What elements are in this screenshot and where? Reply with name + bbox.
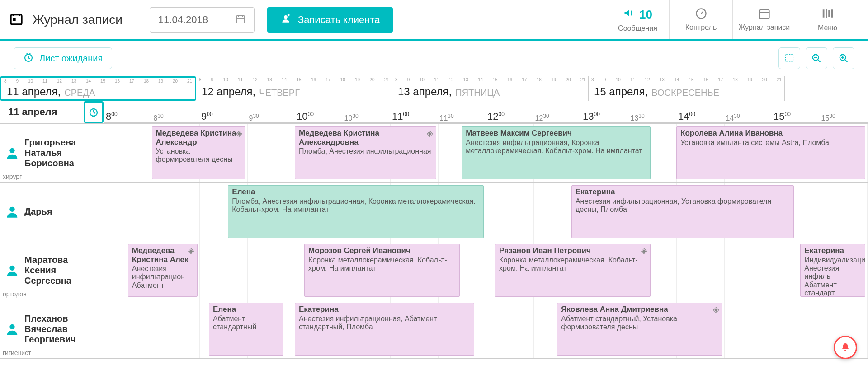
appointment[interactable]: ЕкатеринаАнестезия инфильтрационная, Уст…: [571, 185, 794, 238]
tag-icon: ◈: [641, 246, 647, 256]
svg-point-36: [9, 148, 14, 153]
tick-half: 1030: [344, 113, 359, 122]
svg-point-40: [844, 350, 846, 351]
svg-rect-25: [786, 55, 793, 62]
appointment-client: Яковлева Анна Дмитриевна: [561, 305, 718, 314]
grid-view-button[interactable]: [778, 47, 800, 69]
header-menu[interactable]: Меню: [796, 0, 859, 39]
appointment-desc: Пломба, Анестезия инфильтрационная, Коро…: [232, 197, 480, 214]
svg-line-13: [701, 12, 703, 14]
appointment[interactable]: Королева Алина ИвановнаУстановка имплант…: [676, 126, 865, 179]
appointment[interactable]: ◈Рязанов Иван ПетровичКоронка металлокер…: [495, 244, 651, 297]
appointment[interactable]: Морозов Сергей ИвановичКоронка металлоке…: [304, 244, 460, 297]
appointment[interactable]: Матвеев Максим СергеевичАнестезия инфиль…: [462, 126, 651, 179]
page-title: Журнал записи: [33, 13, 123, 27]
day-dow: ВОСКРЕСЕНЬЕ: [651, 88, 719, 98]
staff-name: Маратова Ксения Сергеевна: [24, 255, 99, 286]
zoom-out-button[interactable]: [806, 47, 827, 69]
notification-bell[interactable]: [834, 336, 857, 359]
day-date: 12 апреля,: [202, 85, 255, 98]
day-date: 15 апреля,: [594, 85, 648, 98]
staff-role: хирург: [3, 173, 22, 180]
appointment[interactable]: ◈Медведева Кристина АлександровнаПломба,…: [295, 126, 436, 179]
day-cell[interactable]: 8910111213141516171819202113 апреля,ПЯТН…: [392, 76, 589, 101]
book-client-button[interactable]: Записать клиента: [267, 7, 393, 33]
staff-cell[interactable]: Маратова Ксения Сергеевнаортодонт: [0, 241, 104, 300]
day-strip: 8910111213141516171819202111 апреля,СРЕД…: [0, 76, 868, 101]
appointment[interactable]: ЕленаПломба, Анестезия инфильтрационная,…: [228, 185, 484, 238]
staff-name: Григорьева Наталья Борисовна: [24, 137, 99, 169]
day-date: 13 апреля,: [398, 85, 452, 98]
header-journal[interactable]: Журнал записи: [732, 0, 796, 39]
staff-name: Дарья: [24, 206, 52, 217]
grid-row[interactable]: ◈Медведева Кристина АлександрУстановка ф…: [104, 124, 868, 183]
appointment[interactable]: ◈Яковлева Анна ДмитриевнаАбатмент станда…: [557, 303, 722, 356]
appointment[interactable]: ЕкатеринаИндивидуализация Анестезия инфи…: [800, 244, 865, 297]
schedule-header-left: 11 апреля: [0, 101, 104, 123]
svg-rect-18: [828, 10, 830, 17]
tick-hour: 1300: [583, 111, 600, 122]
app-header: Журнал записи 11.04.2018 Записать клиент…: [0, 0, 868, 41]
megaphone-icon: [623, 7, 636, 23]
grid-row[interactable]: ЕленаПломба, Анестезия инфильтрационная,…: [104, 183, 868, 241]
header-control[interactable]: Контроль: [669, 0, 732, 39]
day-cell[interactable]: 8910111213141516171819202115 апреля,ВОСК…: [589, 76, 785, 101]
day-mini-ticks: 89101112131415161718192021: [591, 77, 782, 82]
tag-icon: ◈: [236, 129, 242, 138]
appointment-client: Екатерина: [804, 246, 861, 255]
book-client-label: Записать клиента: [298, 14, 380, 26]
svg-rect-4: [236, 16, 245, 23]
schedule-date-label: 11 апреля: [0, 106, 84, 118]
staff-cell[interactable]: Плеханов Вячеслав Георгиевичгигиенист: [0, 300, 104, 359]
calendar-small-icon: [235, 14, 246, 26]
day-cell[interactable]: 8910111213141516171819202112 апреля,ЧЕТВ…: [196, 76, 392, 101]
clock-icon: [23, 52, 34, 65]
now-marker-button[interactable]: [84, 101, 104, 123]
svg-point-37: [9, 206, 14, 211]
person-icon: [5, 145, 20, 161]
menu-label: Меню: [818, 24, 837, 32]
appointment-desc: Установка импланта системы Astra, Пломба: [680, 139, 861, 147]
appointment-desc: Абатмент стандартный, Установка формиров…: [561, 315, 718, 332]
waitlist-button[interactable]: Лист ожидания: [14, 47, 112, 69]
svg-line-28: [818, 60, 821, 62]
staff-name: Плеханов Вячеслав Георгиевич: [24, 314, 99, 345]
svg-rect-17: [826, 9, 827, 18]
tick-hour: 1200: [487, 111, 505, 122]
appointment-client: Медведева Кристина Александр: [156, 129, 241, 146]
schedule-body: Григорьева Наталья БорисовнахирургДарьяМ…: [0, 124, 868, 359]
tick-half: 1530: [821, 113, 835, 122]
appointment-client: Екатерина: [576, 187, 790, 197]
tick-hour: 1400: [678, 111, 695, 122]
header-messages[interactable]: 10 Сообщения: [606, 0, 669, 39]
appointment-client: Матвеев Максим Сергеевич: [466, 129, 646, 138]
calendar-nav-icon: [758, 7, 771, 22]
appointment[interactable]: ЕкатеринаАнестезия инфильтрационная, Аба…: [295, 303, 474, 356]
grid-row[interactable]: ◈Медведева Кристина АлекАнестезия инфиль…: [104, 241, 868, 300]
appointment-client: Медведева Кристина Александровна: [299, 129, 432, 146]
appointment-desc: Коронка металлокерамическая. Кобальт-хро…: [308, 256, 456, 273]
day-mini-ticks: 89101112131415161718192021: [395, 77, 585, 82]
appointment-client: Королева Алина Ивановна: [680, 129, 861, 138]
appointment[interactable]: ◈Медведева Кристина АлекАнестезия инфиль…: [128, 244, 198, 297]
staff-role: гигиенист: [3, 349, 31, 356]
grid-row[interactable]: ЕленаАбатмент стандартныйЕкатеринаАнесте…: [104, 300, 868, 359]
messages-label: Сообщения: [618, 24, 657, 33]
staff-cell[interactable]: Григорьева Наталья Борисовнахирург: [0, 124, 104, 183]
day-mini-ticks: 89101112131415161718192021: [199, 77, 389, 82]
appointment[interactable]: ЕленаАбатмент стандартный: [209, 303, 283, 356]
tick-half: 1230: [535, 113, 549, 122]
schedule-grid[interactable]: ◈Медведева Кристина АлександрУстановка ф…: [104, 124, 868, 359]
svg-line-24: [29, 53, 30, 54]
zoom-in-button[interactable]: [833, 47, 854, 69]
day-cell[interactable]: 8910111213141516171819202111 апреля,СРЕД…: [0, 76, 196, 101]
add-user-icon: [280, 13, 292, 27]
appointment-desc: Анестезия инфильтрацион Абатмент: [132, 265, 193, 290]
appointment-client: Елена: [213, 305, 279, 314]
tag-icon: ◈: [427, 129, 433, 138]
appointment[interactable]: ◈Медведева Кристина АлександрУстановка ф…: [152, 126, 245, 179]
staff-cell[interactable]: Дарья: [0, 183, 104, 241]
waitlist-label: Лист ожидания: [39, 53, 103, 64]
svg-rect-19: [831, 10, 833, 18]
date-picker[interactable]: 11.04.2018: [150, 7, 255, 33]
